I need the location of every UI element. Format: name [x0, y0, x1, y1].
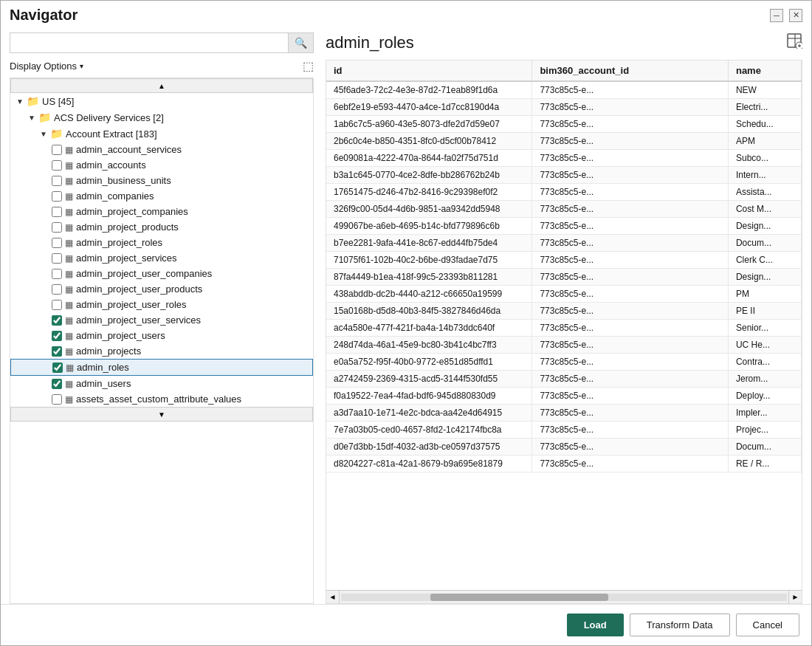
- table-row[interactable]: 6ebf2e19-e593-4470-a4ce-1d7cc8190d4a773c…: [326, 99, 802, 116]
- checkbox-admin-project-user-roles[interactable]: [52, 300, 62, 310]
- tree-toggle-us[interactable]: ▼: [16, 97, 27, 106]
- checkbox-admin-account-services[interactable]: [52, 145, 62, 155]
- table-row[interactable]: d0e7d3bb-15df-4032-ad3b-ce0597d37575773c…: [326, 439, 802, 456]
- table-row[interactable]: 45f6ade3-72c2-4e3e-87d2-71eab89f1d6a773c…: [326, 81, 802, 99]
- tree-scroll-up[interactable]: ▲: [10, 78, 313, 93]
- checkbox-admin-project-companies[interactable]: [52, 207, 62, 217]
- table-row[interactable]: d8204227-c81a-42a1-8679-b9a695e81879773c…: [326, 456, 802, 473]
- select-all-icon[interactable]: ⬚: [303, 59, 314, 73]
- checkbox-admin-roles[interactable]: [52, 362, 63, 373]
- checkbox-admin-project-user-products[interactable]: [52, 284, 62, 295]
- cell-id: 6e09081a-4222-470a-8644-fa02f75d751d: [326, 150, 532, 167]
- horizontal-scrollbar[interactable]: ◄ ►: [326, 590, 802, 603]
- table-icon: ▦: [65, 253, 73, 264]
- cell-bim360: 773c85c5-e...: [532, 388, 729, 405]
- load-button[interactable]: Load: [567, 614, 624, 636]
- col-header-bim360: bim360_account_id: [532, 61, 729, 81]
- close-button[interactable]: ✕: [789, 9, 802, 22]
- checkbox-admin-project-products[interactable]: [52, 222, 62, 233]
- scroll-thumb[interactable]: [430, 594, 609, 601]
- tree-item-admin-users[interactable]: ▦ admin_users: [10, 376, 313, 391]
- table-row[interactable]: e0a5a752-f95f-40b0-9772-e851d85dffd1773c…: [326, 354, 802, 371]
- checkbox-admin-accounts[interactable]: [52, 160, 62, 171]
- tree-item-admin-project-roles[interactable]: ▦ admin_project_roles: [10, 235, 313, 250]
- tree-item-admin-accounts[interactable]: ▦ admin_accounts: [10, 157, 313, 173]
- cancel-button[interactable]: Cancel: [736, 614, 799, 636]
- table-row[interactable]: 15a0168b-d5d8-40b3-84f5-3827846d46da773c…: [326, 303, 802, 320]
- search-button[interactable]: 🔍: [288, 33, 313, 52]
- tree-item-admin-project-users[interactable]: ▦ admin_project_users: [10, 328, 313, 343]
- checkbox-admin-users[interactable]: [52, 379, 62, 389]
- tree-item-admin-project-user-companies[interactable]: ▦ admin_project_user_companies: [10, 266, 313, 281]
- scroll-right-button[interactable]: ►: [788, 591, 802, 604]
- tree-item-admin-project-user-products[interactable]: ▦ admin_project_user_products: [10, 281, 313, 297]
- display-options-button[interactable]: Display Options ▾: [10, 61, 83, 72]
- label-admin-project-user-roles: admin_project_user_roles: [76, 299, 187, 310]
- scroll-left-button[interactable]: ◄: [326, 591, 340, 604]
- checkbox-admin-project-services[interactable]: [52, 253, 62, 264]
- tree-item-us[interactable]: ▼ 📁 US [45]: [10, 93, 313, 109]
- checkbox-admin-companies[interactable]: [52, 191, 62, 202]
- tree-scroll-down[interactable]: ▼: [10, 407, 313, 422]
- tree-item-assets-custom[interactable]: ▦ assets_asset_custom_attribute_values: [10, 391, 313, 407]
- checkbox-admin-project-users[interactable]: [52, 331, 62, 341]
- table-row[interactable]: 326f9c00-05d4-4d6b-9851-aa9342dd5948773c…: [326, 201, 802, 218]
- checkbox-assets-custom[interactable]: [52, 394, 62, 405]
- tree-item-acs[interactable]: ▼ 📁 ACS Delivery Services [2]: [10, 109, 313, 126]
- tree-item-admin-account-services[interactable]: ▦ admin_account_services: [10, 142, 313, 157]
- checkbox-admin-project-user-services[interactable]: [52, 315, 62, 326]
- table-row[interactable]: 499067be-a6eb-4695-b14c-bfd779896c6b773c…: [326, 218, 802, 235]
- cell-id: b3a1c645-0770-4ce2-8dfe-bb286762b24b: [326, 167, 532, 184]
- table-row[interactable]: 2b6c0c4e-b850-4351-8fc0-d5cf00b78412773c…: [326, 133, 802, 150]
- checkbox-admin-business-units[interactable]: [52, 176, 62, 186]
- table-row[interactable]: 7e7a03b05-ced0-4657-8fd2-1c42174fbc8a773…: [326, 422, 802, 439]
- tree-item-admin-project-services[interactable]: ▦ admin_project_services: [10, 250, 313, 266]
- search-input[interactable]: [10, 34, 288, 52]
- cell-bim360: 773c85c5-e...: [532, 286, 729, 303]
- transform-data-button[interactable]: Transform Data: [630, 614, 730, 636]
- table-row[interactable]: 17651475-d246-47b2-8416-9c29398ef0f2773c…: [326, 184, 802, 201]
- minimize-button[interactable]: ─: [770, 9, 783, 22]
- table-row[interactable]: f0a19522-7ea4-4fad-bdf6-945d880830d9773c…: [326, 388, 802, 405]
- cell-bim360: 773c85c5-e...: [532, 354, 729, 371]
- table-row[interactable]: 1ab6c7c5-a960-43e5-8073-dfe2d7d59e07773c…: [326, 116, 802, 133]
- tree-item-admin-business-units[interactable]: ▦ admin_business_units: [10, 173, 313, 188]
- table-row[interactable]: 438abddb-dc2b-4440-a212-c66650a19599773c…: [326, 286, 802, 303]
- preview-table-icon[interactable]: [786, 32, 802, 52]
- table-row[interactable]: ac4a580e-477f-421f-ba4a-14b73ddc640f773c…: [326, 320, 802, 337]
- checkbox-admin-project-roles[interactable]: [52, 238, 62, 248]
- cell-name: Cost M...: [728, 201, 801, 218]
- tree-item-admin-project-user-roles[interactable]: ▦ admin_project_user_roles: [10, 297, 313, 312]
- table-row[interactable]: a2742459-2369-4315-acd5-3144f530fd55773c…: [326, 371, 802, 388]
- tree-toggle-acs[interactable]: ▼: [28, 114, 38, 122]
- tree-item-admin-projects[interactable]: ▦ admin_projects: [10, 343, 313, 359]
- tree-item-admin-project-companies[interactable]: ▦ admin_project_companies: [10, 204, 313, 219]
- table-row[interactable]: 71075f61-102b-40c2-b6be-d93fadae7d75773c…: [326, 252, 802, 269]
- tree-item-admin-project-products[interactable]: ▦ admin_project_products: [10, 219, 313, 235]
- table-icon: ▦: [65, 284, 73, 295]
- tree-item-admin-companies[interactable]: ▦ admin_companies: [10, 188, 313, 204]
- table-scroll-container[interactable]: id bim360_account_id name 45f6ade3-72c2-…: [326, 61, 802, 590]
- label-admin-account-services: admin_account_services: [76, 144, 182, 155]
- table-row[interactable]: a3d7aa10-1e71-4e2c-bdca-aa42e4d64915773c…: [326, 405, 802, 422]
- cell-id: 438abddb-dc2b-4440-a212-c66650a19599: [326, 286, 532, 303]
- table-row[interactable]: 6e09081a-4222-470a-8644-fa02f75d751d773c…: [326, 150, 802, 167]
- folder-icon-us: 📁: [27, 95, 39, 107]
- table-row[interactable]: b7ee2281-9afa-441e-8c67-edd44fb75de4773c…: [326, 235, 802, 252]
- scroll-down-icon: ▼: [158, 410, 165, 419]
- table-row[interactable]: 248d74da-46a1-45e9-bc80-3b41c4bc7ff3773c…: [326, 337, 802, 354]
- left-panel: 🔍 Display Options ▾ ⬚ ▲: [10, 27, 320, 604]
- table-row[interactable]: 87fa4449-b1ea-418f-99c5-23393b811281773c…: [326, 269, 802, 286]
- tree-container[interactable]: ▲ ▼ 📁 US [45] ▼ 📁 ACS Delivery Services …: [10, 78, 314, 604]
- cell-id: 15a0168b-d5d8-40b3-84f5-3827846d46da: [326, 303, 532, 320]
- table-icon: ▦: [65, 269, 73, 279]
- tree-item-admin-project-user-services[interactable]: ▦ admin_project_user_services: [10, 312, 313, 328]
- checkbox-admin-projects[interactable]: [52, 346, 62, 357]
- table-row[interactable]: b3a1c645-0770-4ce2-8dfe-bb286762b24b773c…: [326, 167, 802, 184]
- checkbox-admin-project-user-companies[interactable]: [52, 269, 62, 279]
- table-icon: ▦: [65, 222, 73, 233]
- tree-item-account-extract[interactable]: ▼ 📁 Account Extract [183]: [10, 126, 313, 142]
- scroll-track[interactable]: [341, 594, 787, 601]
- tree-item-admin-roles[interactable]: ▦ admin_roles: [10, 359, 313, 376]
- tree-toggle-account-extract[interactable]: ▼: [40, 130, 50, 138]
